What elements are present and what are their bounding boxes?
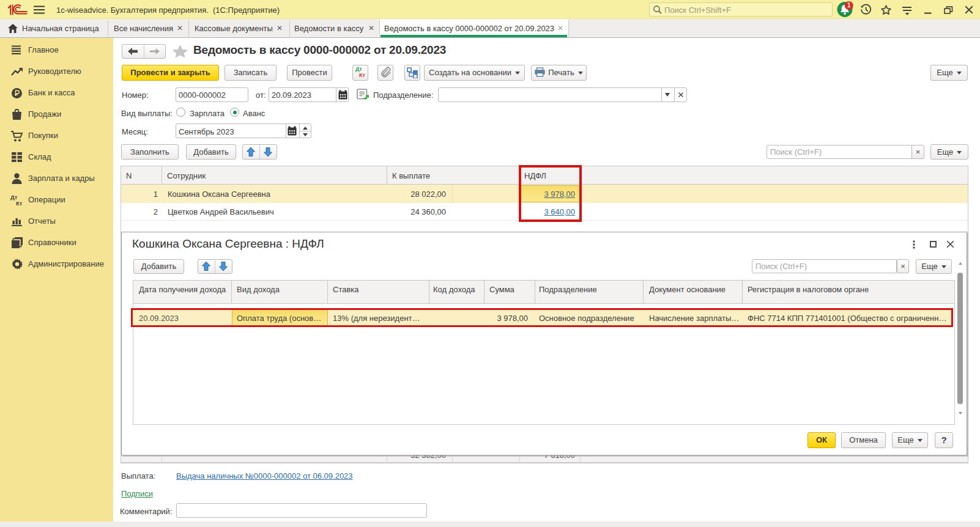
svg-text:1: 1 [847, 2, 851, 9]
